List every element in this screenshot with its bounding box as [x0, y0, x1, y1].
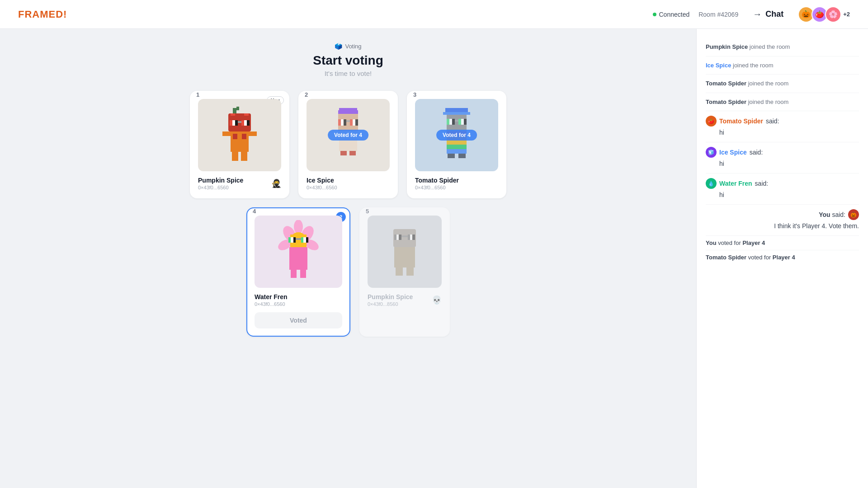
svg-rect-49: [447, 149, 467, 154]
chat-msg-4: Tomato Spider joined the room: [706, 93, 859, 112]
svg-rect-74: [396, 235, 399, 240]
chat-msg-6: 🧊 Ice Spice said: hi: [706, 142, 859, 174]
logo: FRAMED!: [18, 9, 67, 20]
player-card-4[interactable]: 4 2: [246, 207, 350, 337]
svg-rect-50: [448, 154, 455, 158]
svg-rect-41: [458, 119, 461, 125]
vote-target-you: Player 4: [742, 239, 765, 246]
card-text-1: Pumpkin Spice 0×43f0...6560: [198, 177, 243, 190]
card-number-1: 1: [196, 91, 199, 98]
chat-username-2: Ice Spice: [706, 62, 731, 69]
svg-rect-33: [340, 151, 347, 155]
card-address-1: 0×43f0...6560: [198, 185, 243, 190]
chat-said-you: You said:: [819, 210, 845, 220]
skull-icon-5: 💀: [432, 295, 442, 305]
svg-rect-68: [300, 270, 306, 278]
svg-rect-44: [455, 120, 458, 122]
card-name-1: Pumpkin Spice: [198, 177, 243, 184]
chat-text-tomato: hi: [706, 128, 859, 137]
svg-rect-15: [233, 134, 237, 139]
svg-rect-48: [447, 145, 467, 149]
chat-text-waterfren: hi: [706, 190, 859, 200]
chat-panel: Pumpkin Spice joined the room Ice Spice …: [696, 29, 868, 488]
card-info-1: Pumpkin Spice 0×43f0...6560 🥷: [198, 177, 281, 190]
chat-username-3: Tomato Spider: [706, 80, 746, 87]
card-text-5: Pumpkin Spice 0×43f0...8560: [368, 293, 413, 307]
connection-status: Connected: [653, 11, 690, 18]
svg-rect-43: [461, 119, 464, 125]
voting-header: 🗳️ Voting Start voting It's time to vote…: [313, 42, 383, 77]
voting-label: 🗳️ Voting: [313, 42, 383, 50]
chat-label: Chat: [765, 9, 783, 19]
card-name-2: Ice Spice: [307, 177, 337, 184]
card-number-5: 5: [366, 208, 369, 215]
svg-rect-19: [232, 152, 238, 161]
svg-rect-3: [231, 113, 235, 116]
room-label: Room #42069: [698, 11, 738, 18]
svg-rect-18: [249, 131, 257, 136]
chat-avatar-tomato: 🍅: [706, 116, 717, 127]
svg-rect-8: [241, 120, 244, 126]
chat-username-1: Pumpkin Spice: [706, 43, 748, 50]
card-icon-1: 🥷: [271, 178, 281, 188]
player-card-1[interactable]: 1 You: [190, 91, 289, 198]
player-card-5[interactable]: 5: [359, 207, 450, 337]
svg-rect-31: [346, 120, 350, 122]
player-card-2[interactable]: 2 Voted for 4: [298, 91, 398, 198]
svg-rect-0: [233, 108, 236, 113]
svg-rect-27: [338, 119, 341, 126]
chat-name-tomato: Tomato Spider: [719, 117, 763, 126]
svg-rect-20: [241, 152, 247, 161]
vote-target-tomato: Player 4: [773, 254, 795, 261]
card-avatar-2: Voted for 4: [307, 99, 390, 171]
chat-avatar-icespice: 🧊: [706, 147, 717, 158]
pumpkin2-avatar: [384, 225, 425, 279]
svg-rect-42: [449, 119, 452, 125]
svg-rect-30: [353, 119, 355, 126]
card-text-4: Water Fren 0×43f0...6560: [255, 293, 288, 307]
card-name-4: Water Fren: [255, 293, 288, 300]
card-address-2: 0×43f0...6560: [307, 185, 337, 190]
card-text-3: Tomato Spider 0×43f0...6560: [415, 177, 459, 190]
chat-msg-2: Ice Spice joined the room: [706, 56, 859, 75]
svg-rect-76: [401, 235, 408, 237]
chat-said-tomato: said:: [766, 117, 779, 126]
chat-arrow-icon: →: [753, 9, 762, 19]
svg-rect-66: [289, 247, 307, 270]
svg-rect-79: [406, 267, 414, 276]
status-label: Connected: [659, 11, 690, 18]
svg-rect-75: [410, 235, 412, 240]
svg-rect-78: [396, 267, 403, 276]
voting-title: Start voting: [313, 53, 383, 68]
card-name-3: Tomato Spider: [415, 177, 459, 184]
svg-rect-62: [301, 237, 303, 243]
svg-rect-67: [291, 270, 297, 278]
avatar-extra-count: +2: [843, 11, 850, 18]
svg-rect-51: [458, 154, 466, 158]
svg-rect-36: [443, 112, 470, 115]
card-number-2: 2: [305, 91, 308, 98]
card-info-3: Tomato Spider 0×43f0...6560: [415, 177, 498, 190]
svg-rect-77: [394, 247, 415, 267]
header: FRAMED! Connected Room #42069 → Chat 🎃 🍅…: [0, 0, 868, 29]
chat-avatar-you: 🎃: [848, 209, 859, 220]
chat-msg-you: You said: 🎃 I think it's Player 4. Vote …: [706, 205, 859, 236]
status-dot: [653, 13, 656, 16]
chat-toggle-button[interactable]: → Chat: [747, 5, 789, 23]
chat-text-icespice: hi: [706, 159, 859, 169]
svg-rect-11: [235, 120, 237, 126]
game-area: 🗳️ Voting Start voting It's time to vote…: [0, 29, 696, 488]
card-address-3: 0×43f0...6560: [415, 185, 459, 190]
chat-name-icespice: Ice Spice: [719, 148, 747, 157]
chat-msg-5: 🍅 Tomato Spider said: hi: [706, 111, 859, 142]
chat-said-waterfren: said:: [755, 179, 769, 188]
svg-rect-9: [232, 120, 235, 126]
chat-text-you: I think it's Player 4. Vote them.: [706, 221, 859, 231]
svg-rect-4: [244, 113, 249, 116]
svg-rect-65: [296, 238, 301, 240]
player-card-3[interactable]: 3 Voted for 4: [407, 91, 506, 198]
chat-msg-3: Tomato Spider joined the room: [706, 75, 859, 93]
chat-msg-7: 💧 Water Fren said: hi: [706, 174, 859, 205]
water-fren-avatar: [274, 220, 323, 283]
chat-username-4: Tomato Spider: [706, 99, 746, 105]
